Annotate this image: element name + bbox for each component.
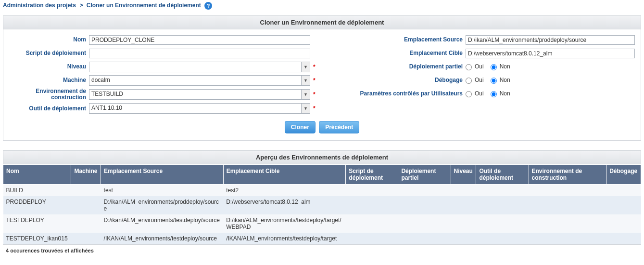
script-input[interactable] <box>89 49 310 58</box>
chevron-down-icon: ▼ <box>301 62 310 72</box>
cell-empsrc: D:/ikan/ALM_environments/testdeploy/sour… <box>101 214 224 233</box>
envconstr-select[interactable]: TESTBUILD ▼ <box>89 89 310 100</box>
th-partiel[interactable]: Déploiement partiel <box>398 165 451 185</box>
required-marker: * <box>310 77 316 84</box>
table-row[interactable]: TESTDEPLOY_ikan015/IKAN/ALM_environments… <box>3 233 641 244</box>
niveau-select[interactable]: ▼ <box>89 62 310 72</box>
cell-envconstr <box>529 185 606 197</box>
th-niveau[interactable]: Niveau <box>451 165 476 185</box>
debug-non-label: Non <box>499 77 515 83</box>
breadcrumb-sep: > <box>77 2 85 9</box>
cell-outil <box>476 196 529 214</box>
debug-oui-label: Oui <box>474 77 489 83</box>
cell-empsrc: D:/ikan/ALM_environments/proddeploy/sour… <box>101 196 224 214</box>
chevron-down-icon: ▼ <box>301 90 310 99</box>
required-marker: * <box>310 105 316 112</box>
cell-script <box>346 214 398 233</box>
cell-machine <box>71 196 101 214</box>
th-empsrc[interactable]: Emplacement Source <box>101 165 224 185</box>
clone-panel-title: Cloner un Environnement de déploiement <box>3 16 641 29</box>
cell-machine <box>71 185 101 197</box>
cell-debug <box>606 185 641 197</box>
help-icon[interactable]: ? <box>204 2 212 10</box>
cell-envconstr <box>529 214 606 233</box>
table-row[interactable]: PRODDEPLOYD:/ikan/ALM_environments/prodd… <box>3 196 641 214</box>
empcib-input[interactable] <box>466 49 635 58</box>
cell-partiel <box>398 233 451 244</box>
th-machine[interactable]: Machine <box>71 165 101 185</box>
cell-debug <box>606 196 641 214</box>
th-envconstr[interactable]: Environnement de construction <box>529 165 606 185</box>
th-empcib[interactable]: Emplacement Cible <box>223 165 346 185</box>
cell-empcib: D:/ikan/ALM_environments/testdeploy/targ… <box>223 214 346 233</box>
th-outil[interactable]: Outil de déploiement <box>476 165 529 185</box>
clone-button[interactable]: Cloner <box>285 121 316 133</box>
empcib-label: Emplacement Cible <box>326 50 466 56</box>
required-marker: * <box>310 64 316 70</box>
cell-partiel <box>398 214 451 233</box>
params-non-radio[interactable] <box>491 91 497 97</box>
params-oui-label: Oui <box>474 91 489 97</box>
partiel-non-radio[interactable] <box>491 64 497 70</box>
debug-label: Débogage <box>326 77 466 83</box>
params-label: Paramètres contrôlés par Utilisateurs <box>326 91 466 97</box>
params-oui-radio[interactable] <box>466 91 472 97</box>
script-label: Script de déploiement <box>9 50 89 56</box>
cell-empcib: D:/webservers/tomcat8.0.12_alm <box>223 196 346 214</box>
cell-partiel <box>398 185 451 197</box>
cell-niveau <box>451 214 476 233</box>
cell-empcib: /IKAN/ALM_environments/testdeploy/target <box>223 233 346 244</box>
th-script[interactable]: Script de déploiement <box>346 165 398 185</box>
table-row[interactable]: BUILDtesttest2 <box>3 185 641 197</box>
outil-value: ANT1.10.10 <box>89 104 301 113</box>
partiel-label: Déploiement partiel <box>326 64 466 70</box>
chevron-down-icon: ▼ <box>301 104 310 113</box>
empsrc-input[interactable] <box>466 35 635 45</box>
machine-select[interactable]: docalm ▼ <box>89 75 310 86</box>
cell-outil <box>476 233 529 244</box>
breadcrumb-part1[interactable]: Administration des projets <box>3 2 76 9</box>
machine-label: Machine <box>9 77 89 83</box>
params-non-label: Non <box>499 91 515 97</box>
niveau-value <box>89 62 301 72</box>
envconstr-label: Environnement de construction <box>9 88 89 101</box>
th-nom[interactable]: Nom <box>3 165 71 185</box>
cell-empsrc: test <box>101 185 224 197</box>
cell-niveau <box>451 196 476 214</box>
empsrc-label: Emplacement Source <box>326 37 466 43</box>
machine-value: docalm <box>89 76 301 85</box>
cell-debug <box>606 233 641 244</box>
clone-panel: Cloner un Environnement de déploiement N… <box>3 15 641 141</box>
cell-envconstr <box>529 196 606 214</box>
cell-machine <box>71 214 101 233</box>
cell-script <box>346 185 398 197</box>
breadcrumb: Administration des projets > Cloner un E… <box>0 0 644 12</box>
nom-label: Nom <box>9 37 89 43</box>
debug-oui-radio[interactable] <box>466 78 472 84</box>
niveau-label: Niveau <box>9 64 89 70</box>
outil-select[interactable]: ANT1.10.10 ▼ <box>89 103 310 114</box>
th-debug[interactable]: Débogage <box>606 165 641 185</box>
cell-machine <box>71 233 101 244</box>
cell-nom: BUILD <box>3 185 71 197</box>
cell-outil <box>476 214 529 233</box>
chevron-down-icon: ▼ <box>301 76 310 85</box>
table-row[interactable]: TESTDEPLOYD:/ikan/ALM_environments/testd… <box>3 214 641 233</box>
outil-label: Outil de déploiement <box>9 106 89 112</box>
cell-niveau <box>451 233 476 244</box>
cell-nom: PRODDEPLOY <box>3 196 71 214</box>
overview-title: Aperçu des Environnements de déploiement <box>3 150 641 164</box>
breadcrumb-part2: Cloner un Environnement de déploiement <box>87 2 201 9</box>
cell-nom: TESTDEPLOY <box>3 214 71 233</box>
cell-niveau <box>451 185 476 197</box>
envconstr-value: TESTBUILD <box>89 90 301 99</box>
debug-non-radio[interactable] <box>491 78 497 84</box>
cell-script <box>346 233 398 244</box>
cell-empsrc: /IKAN/ALM_environments/testdeploy/source <box>101 233 224 244</box>
partiel-oui-radio[interactable] <box>466 64 472 70</box>
previous-button[interactable]: Précédent <box>319 121 359 133</box>
nom-input[interactable] <box>89 35 310 45</box>
cell-empcib: test2 <box>223 185 346 197</box>
partiel-non-label: Non <box>499 64 515 70</box>
cell-outil <box>476 185 529 197</box>
